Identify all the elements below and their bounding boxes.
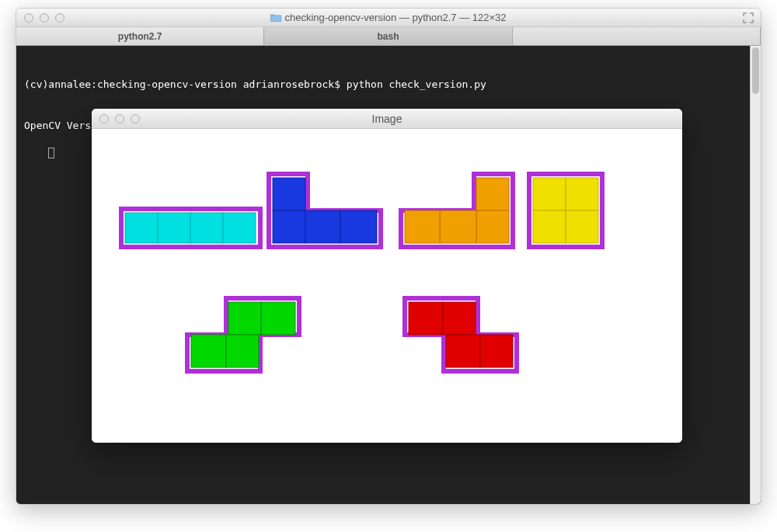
minimize-icon[interactable] [40,13,49,23]
svg-rect-10 [476,210,509,243]
svg-rect-2 [158,213,190,243]
tetromino-z-red [402,296,519,374]
close-icon[interactable] [99,114,109,123]
minimize-icon[interactable] [115,114,124,123]
folder-icon [270,13,281,22]
svg-rect-1 [125,213,158,243]
close-icon[interactable] [24,13,33,23]
image-window[interactable]: Image [92,109,682,443]
terminal-titlebar[interactable]: checking-opencv-version — python2.7 — 12… [16,9,761,27]
zoom-icon[interactable] [55,13,64,23]
window-controls [92,114,140,123]
svg-rect-20 [191,335,226,367]
tab-blank[interactable] [513,27,761,45]
tetromino-i-cyan [119,207,263,249]
tab-python[interactable]: python2.7 [16,27,264,45]
svg-rect-12 [405,210,440,243]
svg-rect-24 [446,335,480,367]
cursor-icon [48,148,54,158]
svg-rect-17 [566,210,598,243]
terminal-title-text: checking-opencv-version — python2.7 — 12… [284,12,506,23]
svg-rect-21 [226,335,259,367]
svg-rect-11 [440,210,476,243]
tetromino-j-blue [267,172,383,249]
svg-rect-6 [273,210,305,243]
svg-rect-16 [533,210,566,243]
svg-rect-4 [223,213,256,243]
svg-rect-25 [480,335,513,367]
tab-bash[interactable]: bash [264,27,512,45]
svg-rect-5 [273,178,305,210]
image-titlebar[interactable]: Image [92,109,682,129]
terminal-title: checking-opencv-version — python2.7 — 12… [16,12,761,23]
tetromino-l-orange [399,172,515,249]
scrollbar-thumb[interactable] [752,47,759,94]
image-window-title: Image [92,113,682,125]
zoom-icon[interactable] [131,114,140,123]
fullscreen-icon[interactable] [742,12,754,24]
window-controls [16,13,64,23]
terminal-line: (cv)annalee:checking-opencv-version adri… [24,78,753,92]
svg-rect-18 [228,302,261,335]
tetromino-s-green [185,296,301,374]
terminal-scrollbar[interactable] [750,46,761,504]
svg-rect-8 [340,210,377,243]
svg-rect-23 [443,302,476,335]
svg-rect-3 [190,213,223,243]
svg-rect-15 [566,178,598,210]
svg-rect-9 [476,178,509,210]
tetromino-o-yellow [527,172,605,249]
svg-rect-14 [533,178,566,210]
image-canvas [92,129,682,443]
svg-rect-19 [261,302,295,335]
svg-rect-7 [305,210,340,243]
terminal-tabbar: python2.7 bash [16,27,761,46]
svg-rect-22 [409,302,443,335]
